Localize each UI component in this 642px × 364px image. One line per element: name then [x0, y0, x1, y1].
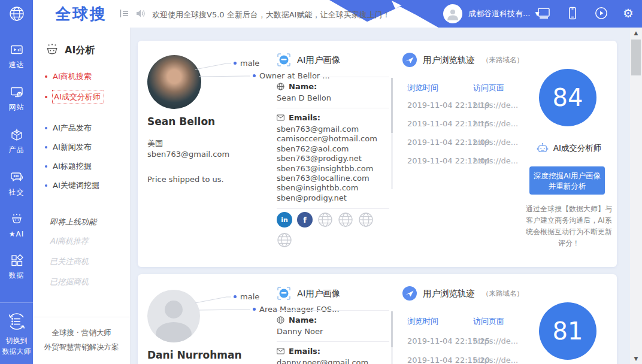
email-icon — [277, 114, 284, 121]
face-scan-icon — [277, 286, 291, 301]
sidebar-item-suda[interactable]: 速达 — [0, 43, 33, 70]
email-list: sben763@gmail.com camisoccer@hotmail.com… — [277, 125, 389, 203]
ai-portrait-panel: Name: Danny Noer Emails: danny.noer@gmai… — [277, 310, 389, 364]
lead-email: sben763@gmail.com — [147, 150, 229, 159]
social-chat-icon — [10, 171, 23, 184]
coming-soon-heading: 即将上线功能 — [50, 217, 130, 228]
portrait-name: Danny Noer — [277, 327, 389, 336]
dashboard-icon — [10, 43, 23, 56]
lead-card: male Owner at Bellor ... Sean Bellon 美国 … — [138, 41, 617, 267]
ai-robot-icon — [10, 213, 23, 226]
menu-item-ai-deal-analyst[interactable]: AI成交分析师 — [45, 86, 130, 108]
lead-name: Sean Bellon — [147, 116, 215, 128]
globe-link-icon[interactable] — [358, 212, 374, 228]
announcement-text: 欢迎使用全球搜V5.0 全新后台，大数据AI赋能，让全球买家搜上门！ — [152, 10, 390, 20]
sidebar-collapse-icon[interactable] — [120, 9, 129, 18]
globe-link-icon[interactable] — [277, 232, 292, 248]
history-subtitle: （来路域名） — [482, 289, 523, 298]
sidebar-item-product[interactable]: 产品 — [0, 128, 33, 155]
score-tip-text: 通过全球搜【数据大师】与客户建立商务沟通后，AI系统会根据互动行为不断更新评分！ — [523, 204, 614, 249]
facebook-icon[interactable]: f — [297, 212, 313, 228]
website-icon — [10, 86, 23, 99]
social-links: in f — [277, 212, 389, 248]
lead-name: Dani Nurrohman — [147, 349, 242, 361]
menu-item-mined-disabled: 已挖掘商机 — [50, 272, 130, 292]
desktop-icon[interactable] — [537, 6, 551, 20]
play-video-icon[interactable] — [594, 6, 608, 20]
panel-scrollbar[interactable] — [391, 78, 393, 189]
switch-icon — [7, 311, 27, 332]
history-page[interactable]: https://de... — [473, 356, 518, 364]
ai-portrait-panel: Name: Sean D Bellon Emails: sben763@gmai… — [277, 77, 389, 209]
product-box-icon — [10, 128, 23, 141]
email-icon — [277, 348, 284, 354]
menu-item-ai-business-search[interactable]: AI商机搜索 — [45, 67, 130, 86]
scroll-up-arrow[interactable]: ▲ — [630, 30, 642, 36]
score-badge: 84 — [539, 69, 596, 126]
portrait-name: Sean D Bellon — [277, 93, 389, 102]
account-menu[interactable]: 成都谷道科技有... ▼ — [443, 4, 539, 23]
switch-to-data-master[interactable]: 切换到 数据大师 — [0, 302, 33, 364]
globe-logo-icon[interactable] — [0, 0, 33, 28]
announcement-speaker-icon — [136, 9, 146, 18]
main-scrollbar[interactable]: ▲ ▼ — [630, 28, 642, 364]
gender-tag: male — [234, 292, 259, 301]
linkedin-icon[interactable]: in — [277, 212, 292, 228]
app-logo[interactable]: 全球搜 — [55, 4, 107, 25]
history-page[interactable]: https://de... — [473, 336, 518, 345]
column-visited-page: 访问页面 — [473, 316, 504, 327]
ai-portrait-section: AI用户画像 — [277, 53, 340, 67]
menu-item-ai-product-publish[interactable]: AI产品发布 — [45, 119, 130, 138]
lead-note: Price shipped to us. — [147, 175, 224, 184]
gender-tag: male — [234, 59, 259, 68]
robot-icon — [537, 142, 549, 154]
sidebar-item-social[interactable]: 社交 — [0, 171, 33, 198]
history-page[interactable]: https://de... — [473, 101, 518, 110]
topbar-quick-icons: ⚙ — [537, 6, 634, 20]
ai-portrait-section: AI用户画像 — [277, 286, 340, 301]
data-blocks-icon — [10, 254, 23, 267]
history-subtitle: （来路域名） — [482, 56, 523, 65]
history-page[interactable]: https://de... — [473, 156, 518, 165]
deep-mine-button[interactable]: 深度挖掘AI用户画像并重新分析 — [529, 166, 605, 195]
lead-country: 美国 — [147, 138, 163, 149]
analyst-label: AI成交分析师 — [521, 142, 617, 154]
sidebar-item-ai[interactable]: ★AI — [0, 213, 33, 238]
sidebar-item-data[interactable]: 数据 — [0, 254, 33, 281]
topbar: 全球搜 欢迎使用全球搜V5.0 全新后台，大数据AI赋能，让全球买家搜上门！ 成… — [0, 0, 642, 28]
browse-history-section: 用户浏览轨迹 （来路域名） — [402, 53, 523, 67]
menu-item-followed-disabled: 已关注商机 — [50, 251, 130, 272]
globe-link-icon[interactable] — [338, 212, 353, 228]
gear-icon[interactable]: ⚙ — [623, 6, 634, 20]
slogan-line: 外贸智慧营销解决方案 — [33, 340, 130, 354]
sidebar-item-website[interactable]: 网站 — [0, 86, 33, 113]
menu-item-ai-keyword-mining[interactable]: AI关键词挖掘 — [45, 176, 130, 195]
menu-item-ai-news-publish[interactable]: AI新闻发布 — [45, 138, 130, 157]
menu-item-ai-recommend-disabled: AI商机推荐 — [50, 231, 130, 251]
avatar — [443, 4, 462, 23]
route-plane-icon — [402, 286, 417, 301]
history-page[interactable]: https://de... — [473, 119, 518, 128]
lead-card: male Area Manager FOS... Dani Nurrohman … — [138, 274, 617, 364]
history-page[interactable]: https://de... — [473, 138, 518, 147]
mobile-icon[interactable] — [565, 6, 580, 20]
globe-small-icon — [277, 83, 284, 90]
brand-line: 全球搜 · 营销大师 — [33, 326, 130, 340]
icon-sidebar-nav: 速达 网站 产品 社交 ★AI 数据 — [0, 43, 33, 281]
scrollbar-thumb[interactable] — [631, 40, 641, 75]
ai-analysis-sidebar: AI分析 AI商机搜索 AI成交分析师 AI产品发布 AI新闻发布 AI标题挖掘… — [33, 28, 131, 364]
panel-scrollbar[interactable] — [391, 311, 393, 364]
globe-small-icon — [277, 316, 284, 324]
scroll-down-arrow[interactable]: ▼ — [630, 356, 642, 362]
ai-robot-outline-icon — [45, 43, 59, 57]
globe-link-icon[interactable] — [317, 212, 333, 228]
icon-sidebar: 速达 网站 产品 社交 ★AI 数据 切换到 数据大师 — [0, 0, 33, 364]
column-visited-page: 访问页面 — [473, 83, 504, 93]
email-list: danny.noer@gmail.com — [277, 358, 389, 364]
column-browse-time: 浏览时间 — [407, 83, 438, 93]
route-plane-icon — [402, 53, 417, 67]
company-name: 成都谷道科技有... — [468, 8, 530, 19]
browse-history-section: 用户浏览轨迹 （来路域名） — [402, 286, 523, 301]
sidebar-footer: 全球搜 · 营销大师 外贸智慧营销解决方案 — [33, 317, 130, 364]
menu-item-ai-title-mining[interactable]: AI标题挖掘 — [45, 157, 130, 176]
